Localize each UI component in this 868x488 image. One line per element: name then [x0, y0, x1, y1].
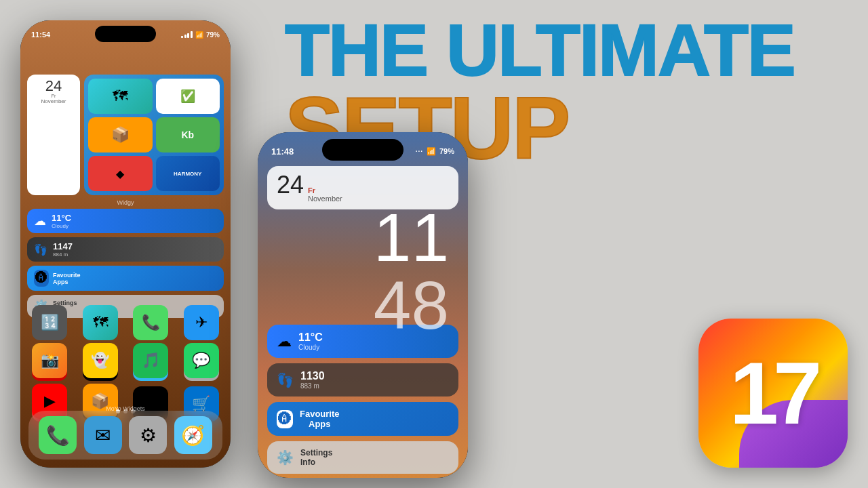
weather-temp-left: 11°C: [52, 213, 71, 223]
center-time: 11:48: [271, 146, 294, 157]
dock-safari[interactable]: 🧭: [174, 416, 212, 454]
center-steps-dist: 883 m: [300, 382, 325, 390]
clock-hours: 11: [374, 203, 449, 271]
fav-apps-widget-center[interactable]: 🅐 FavouriteApps: [267, 402, 458, 436]
battery-label-left: 79%: [206, 31, 220, 39]
appstore-icon-left: 🅐: [34, 270, 49, 287]
center-weather-temp: 11°C: [298, 331, 323, 344]
harmony-icon[interactable]: HARMONY: [156, 156, 220, 191]
fav-apps-label-left: FavouriteApps: [53, 272, 81, 285]
widgy-widget[interactable]: 🗺 ✅ 📦 Kb ◆ HARMONY: [84, 75, 224, 195]
widget-row-3: 👣 1147 884 m: [27, 237, 224, 262]
widget-row-2: ☁ 11°C Cloudy: [27, 209, 224, 233]
center-date-abbr: Fr: [308, 186, 342, 195]
signal-icon: [181, 31, 193, 38]
ios17-number: 17: [730, 349, 817, 437]
status-icons-left: 📶 79%: [181, 31, 220, 39]
center-date-info: Fr November: [308, 186, 342, 203]
center-phone: 11:48 ··· 📶 79% 24 Fr November: [258, 132, 468, 478]
dynamic-island: [95, 26, 156, 42]
cw-row-fav: 🅐 FavouriteApps: [267, 402, 458, 436]
widget-row-4: 🅐 FavouriteApps: [27, 266, 224, 291]
kleinanzeigen-icon[interactable]: Kb: [156, 117, 220, 152]
widgy-label: Widgy: [27, 199, 224, 206]
date-month-left: November: [33, 98, 75, 104]
wifi-icon: 📶: [195, 31, 203, 39]
time-left: 11:54: [31, 30, 50, 39]
date-widget-left[interactable]: 24 Fr November: [27, 75, 80, 195]
cloud-icon-left: ☁: [34, 214, 46, 228]
weather-cond-left: Cloudy: [52, 223, 71, 229]
center-weather-cond: Cloudy: [298, 344, 323, 351]
left-widgets: 24 Fr November 🗺 ✅ 📦 Kb ◆ HARMONY Widgy: [27, 75, 224, 322]
dock-phone[interactable]: 📞: [39, 416, 77, 454]
center-dots-icon: ···: [416, 148, 423, 155]
widget-row-1: 24 Fr November 🗺 ✅ 📦 Kb ◆ HARMONY: [27, 75, 224, 195]
steps-widget-center[interactable]: 👣 1130 883 m: [267, 363, 458, 396]
maps-icon[interactable]: 🗺: [88, 79, 153, 114]
ios17-icon: 17: [698, 319, 848, 468]
steps-dist-left: 884 m: [53, 251, 73, 258]
steps-icon-center: 👣: [277, 372, 294, 388]
cloud-icon-center: ☁: [277, 333, 292, 350]
cw-row-settings: ⚙️ SettingsInfo: [267, 441, 458, 474]
center-status-icons: ··· 📶 79%: [416, 147, 454, 156]
telegram-icon[interactable]: ✈: [184, 305, 219, 340]
center-date-month: November: [308, 195, 342, 203]
center-dynamic-island: [322, 139, 403, 161]
left-phone: 11:54 📶 79% 24 Fr November: [20, 20, 231, 468]
steps-icon-left: 👣: [34, 243, 47, 256]
settings-widget-center[interactable]: ⚙️ SettingsInfo: [267, 441, 458, 474]
appstore-icon-center: 🅐: [277, 410, 293, 428]
amazon-icon[interactable]: 📦: [88, 117, 153, 152]
weather-widget-left[interactable]: ☁ 11°C Cloudy: [27, 209, 224, 233]
photos-icon[interactable]: 📸: [32, 343, 67, 378]
cw-row-steps: 👣 1130 883 m: [267, 363, 458, 396]
center-widgets: 24 Fr November 11 48 ☁ 11°C Clo: [267, 166, 458, 478]
phone-icon[interactable]: 📞: [133, 305, 168, 340]
date-abbr-left: Fr: [33, 94, 75, 98]
steps-count-left: 1147: [53, 241, 73, 251]
date-day-left: 24: [33, 79, 75, 94]
fav-apps-widget-left[interactable]: 🅐 FavouriteApps: [27, 266, 224, 291]
title-line1: THE ULTIMATE: [285, 14, 848, 87]
steps-widget-left[interactable]: 👣 1147 884 m: [27, 237, 224, 262]
maps-app-icon[interactable]: 🗺: [83, 305, 118, 340]
settings-label-center: SettingsInfo: [300, 448, 332, 467]
snapchat-icon[interactable]: 👻: [83, 343, 118, 378]
center-wifi-icon: 📶: [427, 147, 436, 156]
netcut-icon[interactable]: ◆: [88, 156, 153, 191]
dock-mail[interactable]: ✉: [84, 416, 122, 454]
whatsapp-icon[interactable]: 💬: [184, 343, 219, 378]
gear-icon-center: ⚙️: [277, 449, 294, 466]
center-clock: 11 48: [374, 203, 449, 339]
center-battery: 79%: [439, 147, 454, 155]
spotify-icon[interactable]: 🎵: [133, 343, 168, 378]
reminders-icon[interactable]: ✅: [156, 79, 220, 114]
fav-apps-label-center: FavouriteApps: [300, 409, 340, 429]
clock-minutes: 48: [374, 271, 449, 339]
calculator-icon[interactable]: 🔢: [32, 305, 67, 340]
center-date-day: 24: [277, 173, 304, 197]
dock-left: 📞 ✉ ⚙ 🧭: [28, 411, 222, 460]
dock-settings[interactable]: ⚙: [129, 416, 167, 454]
center-steps-count: 1130: [300, 370, 325, 382]
